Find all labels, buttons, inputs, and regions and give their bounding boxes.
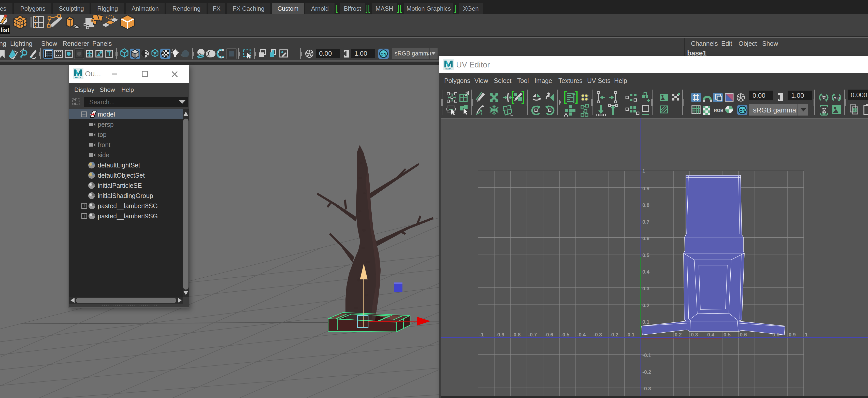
svg-text:-0.7: -0.7 — [528, 332, 537, 337]
svg-text:list: list — [1, 27, 9, 33]
svg-text:0.6: 0.6 — [740, 332, 747, 337]
svg-text:0.00: 0.00 — [319, 50, 332, 57]
svg-text:0.8: 0.8 — [642, 202, 649, 208]
svg-text:-1: -1 — [479, 332, 484, 337]
svg-text:Show: Show — [100, 86, 115, 93]
svg-text:ON: ON — [740, 108, 745, 113]
svg-text:1.00: 1.00 — [354, 50, 367, 57]
svg-text:0.4: 0.4 — [642, 269, 650, 275]
svg-text:-0.9: -0.9 — [496, 332, 504, 337]
svg-text:Search...: Search... — [89, 98, 115, 105]
svg-text:0.3: 0.3 — [691, 332, 698, 337]
svg-text:1.00: 1.00 — [791, 92, 804, 99]
svg-text:initialParticleSE: initialParticleSE — [98, 182, 142, 189]
svg-text:0.4: 0.4 — [707, 332, 715, 337]
svg-text:-0.2: -0.2 — [610, 332, 618, 337]
svg-text:pasted__lambert8SG: pasted__lambert8SG — [98, 202, 158, 209]
svg-text:Display: Display — [74, 86, 94, 93]
svg-text:0.1: 0.1 — [642, 319, 649, 325]
svg-text:0.5: 0.5 — [642, 252, 649, 258]
svg-text:0.6: 0.6 — [642, 236, 649, 241]
svg-text:-0.1: -0.1 — [626, 332, 634, 337]
svg-text:0.9: 0.9 — [788, 332, 796, 337]
svg-text:-0.6: -0.6 — [545, 332, 553, 337]
svg-text:defaultObjectSet: defaultObjectSet — [98, 172, 145, 179]
svg-text:ON: ON — [380, 52, 386, 56]
svg-text:sRGB gamma: sRGB gamma — [753, 106, 797, 114]
svg-text:0.00: 0.00 — [752, 92, 766, 99]
svg-text:-0.8: -0.8 — [512, 332, 521, 337]
svg-text:1: 1 — [805, 332, 808, 337]
svg-text:front: front — [98, 141, 111, 148]
svg-text:0.7: 0.7 — [642, 219, 649, 225]
svg-text:Ou...: Ou... — [85, 70, 101, 78]
svg-text:PSD: PSD — [832, 96, 840, 100]
svg-text:0.5: 0.5 — [723, 332, 731, 337]
svg-text:defaultLightSet: defaultLightSet — [98, 161, 140, 169]
svg-text:-0.3: -0.3 — [642, 386, 651, 391]
svg-text:0.9: 0.9 — [642, 186, 649, 191]
svg-text:1: 1 — [642, 168, 645, 174]
svg-text:side: side — [98, 151, 110, 158]
svg-text:-0.4: -0.4 — [577, 332, 586, 337]
svg-text:0.000: 0.000 — [851, 91, 867, 99]
svg-text:initialShadingGroup: initialShadingGroup — [98, 192, 153, 199]
svg-text:UV Editor: UV Editor — [456, 60, 490, 69]
svg-text:top: top — [98, 131, 106, 138]
svg-text:model: model — [98, 111, 115, 118]
svg-text:Help: Help — [121, 86, 134, 93]
svg-text:sRGB gamma: sRGB gamma — [395, 50, 431, 57]
svg-text:0.2: 0.2 — [675, 332, 682, 337]
svg-text:-0.3: -0.3 — [593, 332, 602, 337]
svg-text:-0.2: -0.2 — [642, 369, 651, 375]
svg-text:0.3: 0.3 — [642, 286, 649, 292]
svg-text:RGB: RGB — [714, 108, 723, 113]
svg-text:-0.1: -0.1 — [642, 353, 651, 358]
svg-text:-0.5: -0.5 — [561, 332, 569, 337]
svg-text:MAYA: MAYA — [445, 67, 451, 70]
svg-text:0.8: 0.8 — [772, 332, 779, 337]
svg-text:persp: persp — [98, 121, 114, 128]
svg-text:MAYA: MAYA — [75, 76, 81, 79]
svg-text:pasted__lambert9SG: pasted__lambert9SG — [98, 213, 158, 220]
svg-text:0.2: 0.2 — [642, 303, 649, 308]
